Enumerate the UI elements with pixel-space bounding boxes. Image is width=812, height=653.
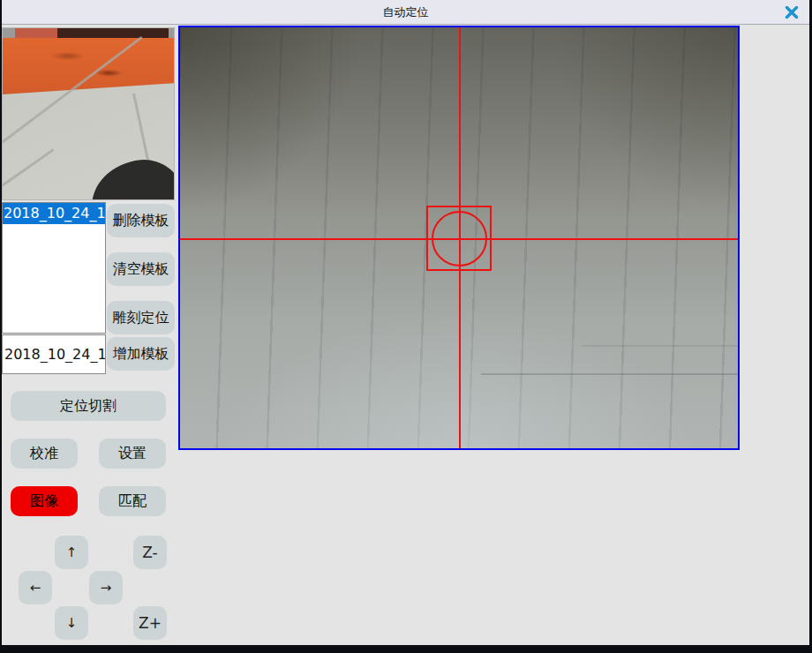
clear-templates-button[interactable]: 清空模板 bbox=[107, 252, 175, 286]
close-button[interactable] bbox=[781, 3, 802, 22]
image-button[interactable]: 图像 bbox=[11, 486, 78, 516]
template-thumbnail bbox=[2, 27, 175, 200]
template-list[interactable]: 2018_10_24_11 bbox=[2, 202, 106, 334]
jog-z-minus-button[interactable]: Z- bbox=[133, 536, 167, 569]
engrave-position-button[interactable]: 雕刻定位 bbox=[107, 301, 175, 334]
calibrate-button[interactable]: 校准 bbox=[11, 439, 78, 469]
jog-down-button[interactable]: ↓ bbox=[55, 606, 88, 640]
thumbnail-strip-dark bbox=[57, 28, 169, 38]
camera-tile-line bbox=[481, 373, 738, 375]
settings-button[interactable]: 设置 bbox=[99, 439, 166, 469]
add-template-button[interactable]: 增加模板 bbox=[107, 337, 175, 371]
delete-template-button[interactable]: 删除模板 bbox=[107, 204, 175, 237]
jog-up-button[interactable]: ↑ bbox=[55, 536, 88, 569]
window-title: 自动定位 bbox=[383, 4, 429, 20]
match-button[interactable]: 匹配 bbox=[99, 486, 166, 516]
camera-tile-line bbox=[582, 345, 738, 347]
target-circle-overlay bbox=[432, 211, 487, 266]
thumbnail-dark-object bbox=[87, 156, 175, 200]
jog-right-button[interactable]: → bbox=[89, 571, 123, 604]
position-cut-button[interactable]: 定位切割 bbox=[11, 391, 166, 421]
thumbnail-tile-grout bbox=[2, 148, 54, 191]
camera-view[interactable] bbox=[178, 26, 740, 450]
thumbnail-strip-red bbox=[15, 28, 57, 38]
jog-z-plus-button[interactable]: Z+ bbox=[133, 606, 167, 640]
close-icon bbox=[785, 6, 799, 19]
thumbnail-orange-band bbox=[3, 38, 174, 94]
template-name-input[interactable] bbox=[2, 334, 106, 374]
jog-left-button[interactable]: ← bbox=[19, 571, 52, 604]
titlebar: 自动定位 bbox=[2, 0, 809, 25]
template-list-item[interactable]: 2018_10_24_11 bbox=[3, 203, 105, 224]
auto-position-window: 自动定位 2018_10_24_11 删除模板 清空模板 雕刻定位 增加模板 定… bbox=[2, 0, 809, 645]
